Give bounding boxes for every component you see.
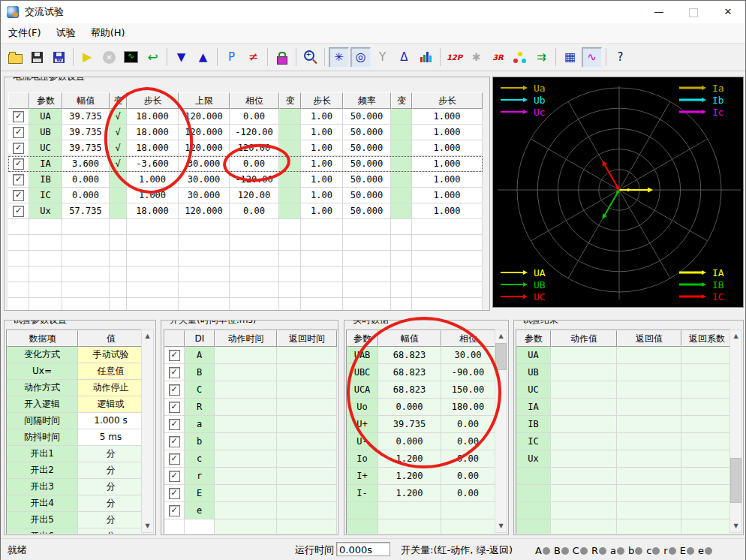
cell-param[interactable]: IA xyxy=(29,156,62,172)
cell-step2[interactable]: 1.00 xyxy=(301,172,343,188)
cell-limit[interactable]: 30.000 xyxy=(179,172,230,188)
cell-phase[interactable]: -120.00 xyxy=(230,172,279,188)
di-checkbox[interactable]: ✓ xyxy=(169,367,180,378)
cell-var3[interactable] xyxy=(391,188,412,203)
di-checkbox[interactable]: ✓ xyxy=(169,453,180,465)
cell-freq[interactable]: 50.000 xyxy=(343,125,391,140)
cell-var2[interactable] xyxy=(279,172,301,188)
cell-amplitude[interactable]: 39.735 xyxy=(62,140,110,156)
cell-var2[interactable] xyxy=(279,109,301,125)
cell-step3[interactable]: 1.000 xyxy=(412,109,483,125)
cell-phase[interactable]: 0.00 xyxy=(230,203,279,219)
cell-param[interactable]: IC xyxy=(29,188,62,203)
cell-freq[interactable]: 50.000 xyxy=(343,156,391,172)
cell-step2[interactable]: 1.00 xyxy=(301,203,343,219)
concentric-circles-button[interactable]: ◎ xyxy=(350,47,371,68)
menu-item-2[interactable]: 试验 xyxy=(49,23,83,43)
cell-step3[interactable]: 1.000 xyxy=(412,140,483,156)
row-checkbox[interactable]: ✓ xyxy=(13,127,24,138)
cell-freq[interactable]: 50.000 xyxy=(343,140,391,156)
cell-step2[interactable]: 1.00 xyxy=(301,109,343,125)
not-equal-button[interactable]: ≠ xyxy=(243,47,263,68)
cell-amplitude[interactable]: 57.735 xyxy=(62,203,110,219)
kv-value[interactable]: 分 xyxy=(78,528,144,534)
cell-step1[interactable]: 1.000 xyxy=(127,188,179,203)
vector-12p-button[interactable]: 12P xyxy=(444,47,465,68)
row-checkbox[interactable]: ✓ xyxy=(13,111,24,122)
di-checkbox[interactable]: ✓ xyxy=(169,350,180,361)
close-button[interactable]: ✕ xyxy=(711,1,745,23)
undo-button[interactable]: ↩ xyxy=(143,47,163,68)
cell-phase[interactable]: 120.00 xyxy=(230,188,279,203)
cell-amplitude[interactable]: 39.735 xyxy=(62,109,110,125)
vertical-scrollbar[interactable]: ▲▼ xyxy=(729,330,742,533)
di-checkbox[interactable]: ✓ xyxy=(169,436,180,447)
kv-value[interactable]: 分 xyxy=(78,512,144,528)
cell-var3[interactable] xyxy=(391,140,412,156)
start-test-button[interactable]: ▶ xyxy=(77,47,98,68)
row-checkbox[interactable]: ✓ xyxy=(13,206,24,217)
cell-step1[interactable]: 18.000 xyxy=(127,140,179,156)
vertical-scrollbar[interactable]: ▲▼ xyxy=(141,330,154,533)
cell-limit[interactable]: 120.000 xyxy=(179,203,230,219)
cell-limit[interactable]: 30.000 xyxy=(179,156,230,172)
kv-value[interactable]: 分 xyxy=(78,462,144,479)
cell-step3[interactable]: 1.000 xyxy=(412,156,483,172)
export-word-button[interactable]: W xyxy=(49,47,69,68)
kv-value[interactable]: 逻辑或 xyxy=(78,396,144,413)
kv-value[interactable]: 手动试验 xyxy=(78,347,144,363)
row-checkbox[interactable]: ✓ xyxy=(13,190,24,201)
minimize-button[interactable]: — xyxy=(642,1,676,23)
cell-param[interactable]: UC xyxy=(29,140,62,156)
lock-button[interactable] xyxy=(272,47,292,68)
di-checkbox[interactable]: ✓ xyxy=(169,488,180,499)
cell-var2[interactable] xyxy=(279,140,301,156)
scroll-down-arrow[interactable]: ▼ xyxy=(495,520,507,532)
oscilloscope-button[interactable]: ∿ xyxy=(121,47,141,68)
cell-var2[interactable] xyxy=(279,156,301,172)
context-help-button[interactable]: ? xyxy=(610,47,630,68)
cell-param[interactable]: IB xyxy=(29,172,62,188)
cell-freq[interactable]: 50.000 xyxy=(343,109,391,125)
cell-phase[interactable]: 0.00 xyxy=(230,156,279,172)
cell-phase[interactable]: 120.00 xyxy=(230,140,279,156)
menu-item-1[interactable]: 文件(F) xyxy=(1,23,49,43)
cell-step1[interactable]: 1.000 xyxy=(127,172,179,188)
kv-value[interactable]: 5 ms xyxy=(78,429,144,446)
cell-var3[interactable] xyxy=(391,109,412,125)
cell-step3[interactable]: 1.000 xyxy=(412,125,483,140)
cell-var1[interactable] xyxy=(110,203,127,219)
cell-amplitude[interactable]: 39.735 xyxy=(62,125,110,140)
cell-step1[interactable]: -3.600 xyxy=(127,156,179,172)
cell-amplitude[interactable]: 0.000 xyxy=(62,188,110,203)
cell-var3[interactable] xyxy=(391,203,412,219)
di-checkbox[interactable]: ✓ xyxy=(169,505,180,516)
delta-connection-button[interactable]: Δ xyxy=(394,47,414,68)
scroll-down-arrow[interactable]: ▼ xyxy=(730,520,741,532)
scroll-thumb[interactable] xyxy=(730,458,741,503)
cell-limit[interactable]: 120.000 xyxy=(179,125,230,140)
bar-chart-button[interactable] xyxy=(416,47,436,68)
cell-var3[interactable] xyxy=(391,172,412,188)
cell-limit[interactable]: 120.000 xyxy=(179,109,230,125)
cell-param[interactable]: UB xyxy=(29,125,62,140)
scroll-up-arrow[interactable]: ▲ xyxy=(142,330,153,342)
kv-value[interactable]: 分 xyxy=(78,479,144,495)
cell-limit[interactable]: 120.000 xyxy=(179,140,230,156)
kv-value[interactable]: 1.000 s xyxy=(78,413,144,429)
di-checkbox[interactable]: ✓ xyxy=(169,384,180,396)
cell-var2[interactable] xyxy=(279,203,301,219)
cell-var1[interactable]: √ xyxy=(110,125,127,140)
maximize-button[interactable] xyxy=(676,1,711,23)
cell-step2[interactable]: 1.00 xyxy=(301,125,343,140)
cell-amplitude[interactable]: 0.000 xyxy=(62,172,110,188)
save-button[interactable] xyxy=(27,47,47,68)
kv-value[interactable]: 分 xyxy=(78,446,144,462)
cell-var3[interactable] xyxy=(391,156,412,172)
row-checkbox[interactable]: ✓ xyxy=(13,143,24,154)
cell-phase[interactable]: -120.00 xyxy=(230,125,279,140)
cell-step3[interactable]: 1.000 xyxy=(412,203,483,219)
kv-value[interactable]: 任意值 xyxy=(78,363,144,380)
cell-step2[interactable]: 1.00 xyxy=(301,140,343,156)
cell-step2[interactable]: 1.00 xyxy=(301,188,343,203)
